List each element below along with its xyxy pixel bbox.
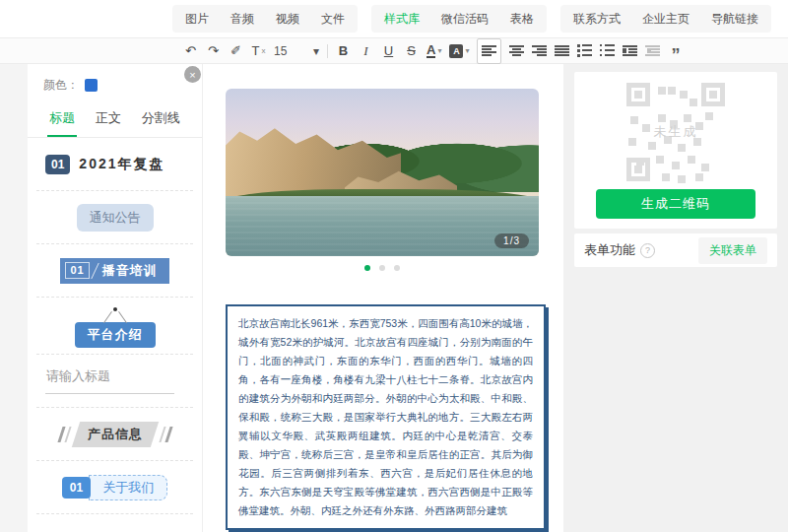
tab-divider[interactable]: 分割线 [140,100,182,137]
align-center-button[interactable] [509,41,524,60]
strikethrough-button[interactable]: S [404,41,419,60]
template-banner: 01 播音培训 [60,258,168,284]
tab-file[interactable]: 文件 [310,5,356,33]
tab-wechat-qrcode[interactable]: 微信活码 [430,5,499,33]
template-item-review[interactable]: 01 2021年复盘 [36,138,193,191]
carousel-dot[interactable] [364,265,370,271]
template-item-training[interactable]: 01 播音培训 [36,244,193,298]
unordered-list-button[interactable] [600,41,615,60]
top-tab-bar: 图片 音频 视频 文件 样式库 微信活码 表格 联系方式 企业主页 导航链接 [0,0,788,37]
link-form-button[interactable]: 关联表单 [698,237,767,264]
ordered-list-button[interactable] [577,41,592,60]
tab-video[interactable]: 视频 [265,5,310,33]
clear-format-x: x [261,46,265,55]
tab-group-links: 联系方式 企业主页 导航链接 [560,5,771,33]
qrcode-card: 未生成 生成二维码 [574,72,777,229]
slash-icon [164,427,172,442]
tab-image[interactable]: 图片 [174,5,220,33]
form-function-label: 表单功能 ? [584,241,655,259]
bold-button[interactable]: B [336,41,351,60]
tab-group-content: 样式库 微信活码 表格 [371,5,547,33]
clear-format-icon[interactable]: Tx [251,41,266,60]
indent-icon [645,45,660,56]
close-icon[interactable]: × [184,66,201,83]
outdent-icon [623,45,637,56]
format-painter-icon[interactable]: ✐ [229,41,243,60]
template-item-notice[interactable]: 通知公告 [36,191,193,244]
unordered-list-icon [600,44,615,57]
carousel-dot[interactable] [394,265,400,271]
carousel-image[interactable]: 1/3 [226,89,539,256]
tab-style-library[interactable]: 样式库 [373,5,430,33]
slash-divider [91,263,98,279]
template-item-about-us[interactable]: 01 关于我们 [36,461,193,514]
tab-group-media: 图片 音频 视频 文件 [172,5,358,33]
align-left-icon [482,45,496,56]
chevron-down-icon: ▾ [313,44,319,58]
align-left-button[interactable] [477,38,501,64]
clear-format-t: T [252,43,260,58]
qrcode-status-text: 未生成 [624,81,727,183]
color-row: 颜色： [28,64,202,100]
article-text-block[interactable]: 北京故宫南北长961米，东西宽753米，四面围有高10米的城墙，城外有宽52米的… [226,304,546,530]
tab-audio[interactable]: 音频 [220,5,265,33]
tab-nav-link[interactable]: 导航链接 [700,5,769,33]
right-panel: 未生成 生成二维码 表单功能 ? 关联表单 [563,64,788,532]
outdent-button[interactable] [623,41,637,60]
template-badge: 01 [62,477,91,499]
color-label: 颜色： [43,77,79,94]
chevron-down-icon: ▾ [437,46,441,55]
toolbar-divider [327,44,328,58]
template-badge: 01 [65,262,89,279]
undo-icon[interactable]: ↶ [183,41,198,60]
slash-icon [159,427,165,442]
carousel-counter-badge: 1/3 [494,233,529,248]
template-parallelogram: 产品信息 [58,422,172,447]
tab-body-text[interactable]: 正文 [94,100,123,137]
template-label: 播音培训 [102,262,158,280]
carousel-dots [226,265,539,271]
font-color-button[interactable]: A▾ [427,41,441,60]
format-toolbar: ↶ ↷ ✐ Tx 15 ▾ B I U S A▾ A▾ ” [0,37,788,64]
template-item-title-input[interactable]: 请输入标题 [36,355,193,408]
tab-table[interactable]: 表格 [499,5,545,33]
color-swatch[interactable] [85,79,98,92]
template-label: 产品信息 [88,426,143,443]
template-label-wrap: 产品信息 [71,422,158,447]
generate-qrcode-button[interactable]: 生成二维码 [596,189,755,219]
editor-canvas[interactable]: 1/3 北京故宫南北长961米，东西宽753米，四面围有高10米的城墙，城外有宽… [203,64,563,532]
template-label: 平台介绍 [75,322,156,348]
photo-lake [226,196,539,256]
slash-icon [57,427,65,442]
form-function-card: 表单功能 ? 关联表单 [574,233,777,267]
justify-icon [555,45,569,56]
carousel-dot[interactable] [379,265,385,271]
template-item-product-info[interactable]: 产品信息 [36,408,193,461]
tab-company-home[interactable]: 企业主页 [631,5,700,33]
blockquote-button[interactable]: ” [668,37,683,64]
indent-button[interactable] [645,41,660,60]
underline-button[interactable]: U [381,41,396,60]
form-function-text: 表单功能 [584,241,635,259]
ordered-list-icon [577,44,592,57]
tab-contact[interactable]: 联系方式 [562,5,631,33]
hanging-sign-icon [94,307,137,322]
align-right-button[interactable] [532,41,547,60]
tab-heading[interactable]: 标题 [47,100,77,137]
template-item-brand-spec[interactable]: 品牌 玖零仪表 产品型号 XXX [36,514,193,532]
font-size-select[interactable]: 15 ▾ [274,44,319,58]
template-item-platform[interactable]: 平台介绍 [36,298,193,355]
highlight-a: A [449,44,463,58]
redo-icon[interactable]: ↷ [206,41,221,60]
help-icon[interactable]: ? [640,243,655,258]
template-title: 2021年复盘 [79,156,164,173]
chevron-down-icon: ▾ [465,46,469,55]
italic-button[interactable]: I [359,41,373,60]
justify-button[interactable] [555,41,569,60]
template-combo: 01 关于我们 [62,475,167,500]
align-right-icon [532,45,547,56]
main-area: × 颜色： 标题 正文 分割线 01 2021年复盘 通知公告 01 播音培训 … [0,64,788,532]
highlight-color-button[interactable]: A▾ [449,41,469,60]
template-badge: 01 [45,155,70,174]
align-center-icon [509,45,524,56]
